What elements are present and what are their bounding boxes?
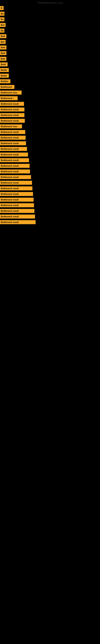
bar-label: Bottleneck result <box>0 209 34 213</box>
bar-row: Bott <box>0 34 100 39</box>
bar-label: Bottleneck result <box>0 164 30 168</box>
bar-label: Bottlen <box>0 79 10 83</box>
bar-label: Bott <box>0 51 6 55</box>
bar-row: Bottleneck result <box>0 180 100 186</box>
bar-label: Bottleneck result <box>0 181 32 185</box>
bar-label: Bottleneck result <box>0 198 34 202</box>
bar-label: Bottleneck result <box>0 158 29 162</box>
bar-label: Bottleneck resu <box>0 90 22 94</box>
bar-label: Bo <box>0 28 4 32</box>
bar-label: Bottleneck result <box>0 102 24 106</box>
bar-row: Bottleneck result <box>0 208 100 214</box>
bar-row: Bo <box>0 28 100 34</box>
bar-row: Bott <box>0 50 100 56</box>
bar-row: Bottleneck result <box>0 219 100 225</box>
bar-label: Bottle <box>0 74 9 78</box>
bar-row: Bottleneck result <box>0 202 100 208</box>
bar-row: Bottleneck result <box>0 135 100 140</box>
bar-row: Bot <box>0 39 100 45</box>
bar-label: Bottleneck result <box>0 113 24 117</box>
bar-label: Bottleneck result <box>0 175 31 179</box>
bar-row: Bottleneck result <box>0 146 100 152</box>
bar-label: Bot <box>0 40 6 44</box>
bar-row: Bottleneck result <box>0 140 100 146</box>
bar-label: Bottleneck result <box>0 186 32 190</box>
bar-label: Bottl <box>0 62 8 66</box>
bar-label: Bott <box>0 34 6 38</box>
bars-container: BBoBoBotBoBottBotBottBottBottBottlBottle… <box>0 5 100 225</box>
bar-row: Bottleneck result <box>0 112 100 118</box>
bar-row: Bott <box>0 45 100 50</box>
bar-label: Bot <box>0 23 6 27</box>
bar-row: Bottleneck resu <box>0 124 100 129</box>
bar-row: Bottleneck result <box>0 174 100 180</box>
bar-row: Bottle <box>0 73 100 78</box>
bar-row: Bottlen <box>0 78 100 84</box>
bar-label: Bottleneck resu <box>0 124 22 128</box>
bar-label: Bottleneck result <box>0 141 26 145</box>
bar-label: Bottleneck result <box>0 130 25 134</box>
bar-row: Bo <box>0 11 100 16</box>
bar-row: Bottl <box>0 62 100 67</box>
bar-row: Bottleneck result <box>0 158 100 163</box>
bar-row: Bot <box>0 22 100 28</box>
bar-row: Bottleneck result <box>0 163 100 169</box>
bar-row: B <box>0 5 100 11</box>
bar-row: Bottleneck r <box>0 96 100 101</box>
bar-row: Bottleneck result <box>0 191 100 197</box>
bar-row: Bottleneck <box>0 84 100 90</box>
bar-row: Bo <box>0 16 100 22</box>
bar-row: Bottleneck result <box>0 214 100 219</box>
bar-label: Bottleneck result <box>0 170 30 174</box>
bar-row: Bottleneck result <box>0 152 100 158</box>
bar-label: Bott <box>0 57 6 61</box>
bar-row: Bottleneck result <box>0 101 100 107</box>
bar-label: Bott <box>0 46 6 50</box>
bar-label: Bo <box>0 17 4 21</box>
bar-label: Bottle <box>0 68 9 72</box>
bar-row: Bottleneck result <box>0 118 100 124</box>
bar-label: Bottleneck result <box>0 108 24 112</box>
bar-label: Bottleneck r <box>0 96 18 100</box>
bar-row: Bott <box>0 56 100 62</box>
bar-label: Bottleneck result <box>0 136 26 140</box>
bar-label: B <box>0 6 3 10</box>
bar-row: Bottle <box>0 67 100 73</box>
bar-label: Bottleneck result <box>0 119 25 123</box>
bar-label: Bottleneck <box>0 85 14 89</box>
site-title: TheBottlenecker.com <box>0 0 100 5</box>
bar-row: Bottleneck result <box>0 169 100 174</box>
bar-label: Bottleneck result <box>0 203 34 207</box>
bar-row: Bottleneck result <box>0 197 100 202</box>
bar-label: Bottleneck result <box>0 214 35 218</box>
bar-row: Bottleneck result <box>0 186 100 191</box>
bar-row: Bottleneck result <box>0 107 100 112</box>
bar-label: Bottleneck result <box>0 192 33 196</box>
bar-label: Bottleneck result <box>0 220 36 224</box>
bar-label: Bottleneck result <box>0 147 27 151</box>
bar-row: Bottleneck resu <box>0 90 100 96</box>
bar-label: Bottleneck result <box>0 152 28 156</box>
bar-row: Bottleneck result <box>0 129 100 135</box>
bar-label: Bo <box>0 12 4 16</box>
